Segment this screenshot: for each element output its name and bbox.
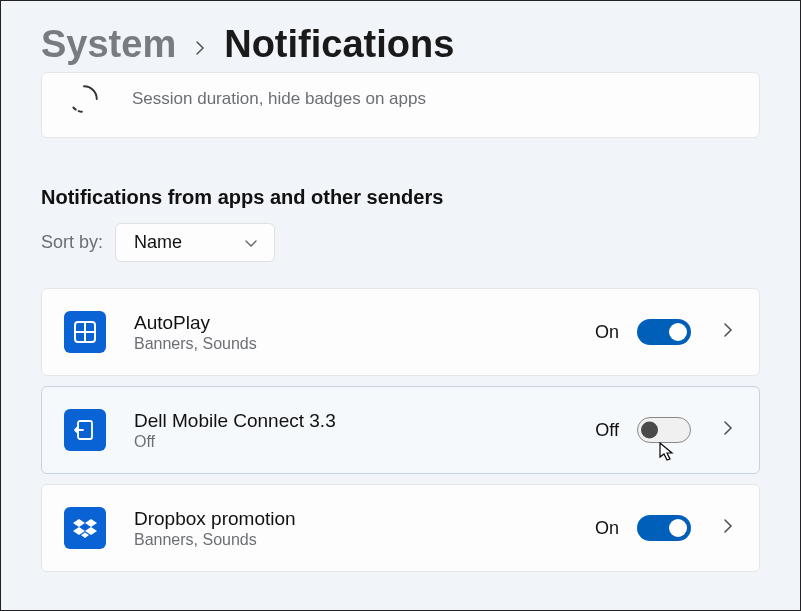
app-subtitle: Banners, Sounds [134,335,567,353]
app-row[interactable]: Dropbox promotionBanners, SoundsOn [41,484,760,572]
toggle-switch[interactable] [637,417,691,443]
toggle-knob [669,519,687,537]
toggle-switch[interactable] [637,515,691,541]
autoplay-icon [64,311,106,353]
app-subtitle: Off [134,433,567,451]
breadcrumb-parent[interactable]: System [41,23,176,66]
sort-label: Sort by: [41,232,103,253]
app-list: AutoPlayBanners, SoundsOnDell Mobile Con… [41,288,760,572]
app-title: Dell Mobile Connect 3.3 [134,410,567,432]
cursor-icon [657,441,677,467]
sort-value: Name [134,232,182,253]
toggle-knob [641,422,658,439]
chevron-right-icon[interactable] [719,420,737,441]
chevron-right-icon[interactable] [719,322,737,343]
toggle-state-label: Off [595,420,619,441]
toggle-group: On [595,319,691,345]
app-title: Dropbox promotion [134,508,567,530]
dell-icon [64,409,106,451]
app-title: AutoPlay [134,312,567,334]
app-subtitle: Banners, Sounds [134,531,567,549]
sort-row: Sort by: Name [41,223,760,262]
toggle-group: Off [595,417,691,443]
toggle-group: On [595,515,691,541]
toggle-switch[interactable] [637,319,691,345]
toggle-knob [669,323,687,341]
toggle-state-label: On [595,518,619,539]
focus-assist-card[interactable]: Session duration, hide badges on apps [41,72,760,138]
sort-select[interactable]: Name [115,223,275,262]
toggle-state-label: On [595,322,619,343]
focus-icon [64,79,104,119]
app-row[interactable]: AutoPlayBanners, SoundsOn [41,288,760,376]
chevron-right-icon[interactable] [719,518,737,539]
chevron-right-icon [194,34,206,62]
app-row[interactable]: Dell Mobile Connect 3.3OffOff [41,386,760,474]
chevron-down-icon [244,234,258,252]
breadcrumb-current: Notifications [224,23,454,66]
breadcrumb: System Notifications [41,1,760,76]
focus-assist-subtitle: Session duration, hide badges on apps [132,89,737,109]
section-title: Notifications from apps and other sender… [41,186,760,209]
dropbox-icon [64,507,106,549]
